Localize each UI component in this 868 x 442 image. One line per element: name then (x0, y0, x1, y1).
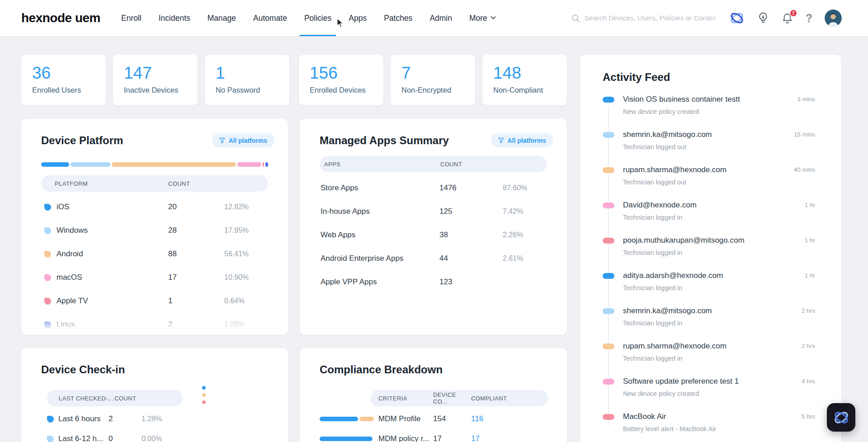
stat-value: 1 (216, 64, 278, 83)
nav-item[interactable]: Patches (384, 0, 412, 36)
search-icon (571, 14, 580, 23)
platform-color-dot (44, 227, 51, 234)
feed-item: shemrin.ka@mitsogo.com Technician logged… (603, 306, 819, 341)
compliant-count-link[interactable]: 116 (471, 414, 483, 423)
app-row: Android Enterprise Apps 44 2.61% (320, 247, 547, 270)
feed-item-time: 1 hr (805, 202, 815, 208)
hexnode-fab-button[interactable] (827, 403, 855, 432)
stat-card[interactable]: 36 Enrolled Users (21, 55, 106, 105)
stat-card[interactable]: 147 Inactive Devices (113, 55, 198, 105)
feed-item-subtitle: Technician logged in (623, 355, 819, 362)
funnel-icon (219, 137, 225, 143)
compliance-row: MDM policy r... 17 17 (320, 429, 547, 442)
stat-card[interactable]: 1 No Password (205, 55, 289, 105)
feed-color-pill (603, 238, 614, 244)
feed-color-pill (603, 273, 614, 279)
bar-segment (237, 162, 261, 167)
platform-row: Linux 2 1.28% (41, 313, 268, 335)
stat-value: 156 (310, 64, 373, 83)
feed-item: rupam.sharma@hexnode.com Technician logg… (603, 165, 819, 200)
bar-segment (265, 162, 268, 167)
stat-card[interactable]: 156 Enrolled Devices (299, 55, 383, 105)
checkin-table-header: LAST CHECKED-... COUNT (47, 390, 183, 406)
nav-item[interactable]: Manage (208, 0, 236, 36)
feed-item-title: pooja.muthukarupan@mitsogo.com (623, 235, 819, 245)
feed-item-time: 4 hrs (802, 378, 815, 385)
apps-table-rows: Store Apps 1476 87.60% In-house Apps 125… (320, 176, 547, 294)
feed-item-time: 1 hr (805, 272, 815, 279)
compliance-card: Compliance Breakdown CRITERIA DEVICE CO.… (300, 348, 567, 442)
stat-value: 148 (493, 64, 556, 83)
notifications-bell-icon[interactable]: 7 (781, 12, 793, 24)
feed-item-subtitle: Technician logged in (623, 214, 819, 221)
nav-item[interactable]: Apps (349, 0, 367, 36)
feed-item-time: 2 hrs (802, 307, 815, 314)
cards-grid: Device Platform All platforms PLATFORM C… (21, 119, 567, 442)
activity-feed-list: Vision OS business container testt New d… (603, 94, 819, 442)
stats-group-users: 36 Enrolled Users 147 Inactive Devices 1… (21, 55, 289, 105)
platform-row: Android 88 56.41% (41, 242, 268, 266)
platform-table-header: PLATFORM COUNT (41, 175, 268, 192)
feed-color-pill (603, 202, 614, 208)
dashboard: 36 Enrolled Users 147 Inactive Devices 1… (0, 36, 868, 442)
search (571, 14, 721, 23)
nav-item[interactable]: Admin (429, 0, 452, 36)
nav-item[interactable]: Enroll (121, 0, 142, 36)
compliant-count-link[interactable]: 17 (471, 434, 480, 442)
platform-row: iOS 20 12.82% (41, 195, 268, 219)
app-row: Store Apps 1476 87.60% (320, 176, 547, 200)
funnel-icon (498, 137, 504, 143)
feed-item-subtitle: New device policy created (623, 108, 819, 115)
managed-apps-filter-button[interactable]: All platforms (491, 133, 553, 147)
nav-item[interactable]: Automate (253, 0, 287, 36)
checkin-color-dot (47, 436, 54, 442)
nav-item[interactable]: More (469, 0, 495, 36)
activity-feed-panel: Activity Feed Vision OS business contain… (580, 55, 841, 442)
nav-item[interactable]: Incidents (159, 0, 190, 36)
feed-item: MacBook Air Battery level alert - MacBoo… (603, 412, 819, 442)
device-checkin-title: Device Check-in (41, 363, 268, 376)
help-icon[interactable]: ? (806, 12, 812, 25)
platform-row: macOS 17 10.90% (41, 266, 268, 289)
apps-table-header: APPS COUNT (320, 156, 547, 172)
feed-item-subtitle: Technician logged out (623, 179, 819, 186)
device-platform-filter-button[interactable]: All platforms (212, 133, 274, 147)
app-row: In-house Apps 125 7.42% (320, 200, 547, 223)
nav-item[interactable]: Policies (304, 0, 331, 36)
stat-card[interactable]: 148 Non-Compliant (482, 55, 567, 105)
feed-item-title: shemrin.ka@mitsogo.com (623, 130, 819, 140)
feed-item-title: aditya.adarsh@hexnode.com (623, 271, 819, 281)
platform-color-dot (44, 251, 51, 258)
platform-row: Windows 28 17.95% (41, 219, 268, 242)
feed-item-time: 1 hr (805, 237, 815, 244)
activity-feed-title: Activity Feed (603, 71, 819, 84)
hexnode-atom-icon[interactable] (729, 10, 745, 26)
platform-color-dot (44, 274, 51, 281)
nav-icon-cluster: 7 ? (729, 9, 842, 27)
stat-card[interactable]: 7 Non-Encrypted (391, 55, 475, 105)
feed-color-pill (603, 308, 614, 314)
search-input[interactable] (585, 14, 716, 22)
feed-item-subtitle: Technician logged in (623, 249, 819, 256)
hexnode-logo[interactable]: hexnode uem (21, 11, 100, 25)
feed-color-pill (603, 167, 614, 173)
stat-label: Non-Compliant (493, 86, 556, 94)
platform-color-dot (44, 298, 51, 305)
checkin-legend-dots (202, 386, 206, 404)
feed-item: shemrin.ka@mitsogo.com Technician logged… (603, 130, 819, 165)
feed-item-title: MacBook Air (623, 412, 819, 422)
device-checkin-card: Device Check-in LAST CHECKED-... COUNT L… (21, 348, 288, 442)
stat-value: 147 (124, 64, 187, 83)
managed-apps-card: Managed Apps Summary All platforms APPS … (300, 119, 567, 335)
feed-item-title: shemrin.ka@mitsogo.com (623, 306, 819, 316)
platform-stacked-bar (41, 162, 268, 167)
bar-segment (41, 162, 69, 167)
feed-item-subtitle: Battery level alert - MacBook Air (623, 425, 819, 433)
platform-color-dot (44, 321, 51, 328)
feed-color-pill (603, 414, 614, 420)
tips-lightbulb-icon[interactable] (757, 12, 769, 24)
feed-color-pill (603, 343, 614, 349)
compliance-table-rows: MDM Profile 154 116 MDM policy r... 17 1… (320, 409, 547, 442)
feed-item-title: Software update preference test 1 (623, 376, 819, 386)
user-avatar[interactable] (825, 9, 842, 27)
